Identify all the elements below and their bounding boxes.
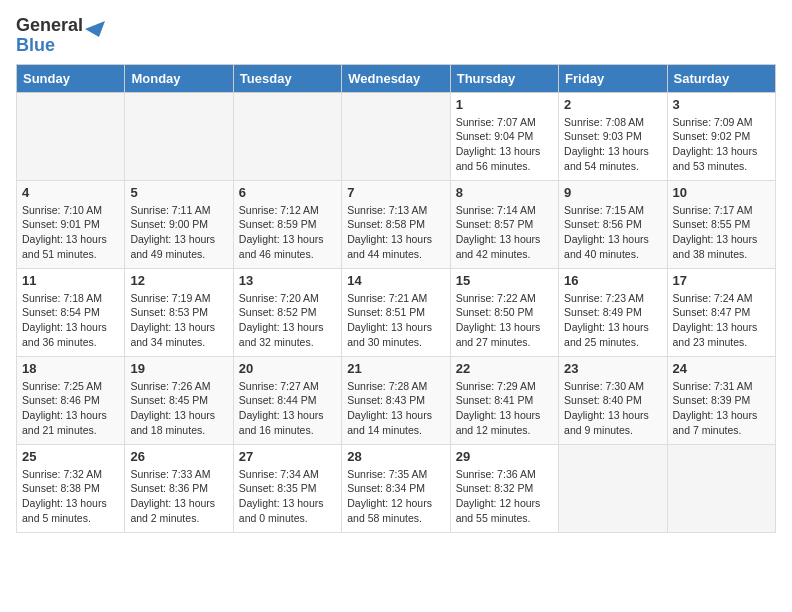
logo: General Blue: [16, 16, 105, 56]
calendar-cell: 19Sunrise: 7:26 AMSunset: 8:45 PMDayligh…: [125, 356, 233, 444]
calendar-cell: 6Sunrise: 7:12 AMSunset: 8:59 PMDaylight…: [233, 180, 341, 268]
calendar-cell: [667, 444, 775, 532]
day-number: 18: [22, 361, 119, 376]
day-number: 13: [239, 273, 336, 288]
calendar-week-row: 18Sunrise: 7:25 AMSunset: 8:46 PMDayligh…: [17, 356, 776, 444]
logo-text-block: General Blue: [16, 16, 83, 56]
calendar-cell: 22Sunrise: 7:29 AMSunset: 8:41 PMDayligh…: [450, 356, 558, 444]
calendar-cell: 20Sunrise: 7:27 AMSunset: 8:44 PMDayligh…: [233, 356, 341, 444]
day-info: Sunrise: 7:13 AMSunset: 8:58 PMDaylight:…: [347, 203, 444, 262]
day-info: Sunrise: 7:23 AMSunset: 8:49 PMDaylight:…: [564, 291, 661, 350]
header: General Blue: [16, 16, 776, 56]
calendar-cell: 25Sunrise: 7:32 AMSunset: 8:38 PMDayligh…: [17, 444, 125, 532]
day-info: Sunrise: 7:18 AMSunset: 8:54 PMDaylight:…: [22, 291, 119, 350]
day-number: 5: [130, 185, 227, 200]
calendar-header: SundayMondayTuesdayWednesdayThursdayFrid…: [17, 64, 776, 92]
logo-blue-text: Blue: [16, 35, 55, 55]
calendar-cell: 1Sunrise: 7:07 AMSunset: 9:04 PMDaylight…: [450, 92, 558, 180]
day-number: 15: [456, 273, 553, 288]
calendar-table: SundayMondayTuesdayWednesdayThursdayFrid…: [16, 64, 776, 533]
day-number: 10: [673, 185, 770, 200]
weekday-header: Saturday: [667, 64, 775, 92]
day-info: Sunrise: 7:07 AMSunset: 9:04 PMDaylight:…: [456, 115, 553, 174]
day-number: 11: [22, 273, 119, 288]
day-info: Sunrise: 7:14 AMSunset: 8:57 PMDaylight:…: [456, 203, 553, 262]
calendar-cell: 26Sunrise: 7:33 AMSunset: 8:36 PMDayligh…: [125, 444, 233, 532]
day-number: 6: [239, 185, 336, 200]
day-number: 21: [347, 361, 444, 376]
calendar-cell: 4Sunrise: 7:10 AMSunset: 9:01 PMDaylight…: [17, 180, 125, 268]
calendar-cell: 17Sunrise: 7:24 AMSunset: 8:47 PMDayligh…: [667, 268, 775, 356]
day-number: 20: [239, 361, 336, 376]
calendar-cell: 28Sunrise: 7:35 AMSunset: 8:34 PMDayligh…: [342, 444, 450, 532]
day-number: 29: [456, 449, 553, 464]
calendar-cell: 3Sunrise: 7:09 AMSunset: 9:02 PMDaylight…: [667, 92, 775, 180]
day-info: Sunrise: 7:24 AMSunset: 8:47 PMDaylight:…: [673, 291, 770, 350]
logo-bird-icon: [85, 21, 105, 51]
day-info: Sunrise: 7:09 AMSunset: 9:02 PMDaylight:…: [673, 115, 770, 174]
calendar-cell: 2Sunrise: 7:08 AMSunset: 9:03 PMDaylight…: [559, 92, 667, 180]
day-info: Sunrise: 7:35 AMSunset: 8:34 PMDaylight:…: [347, 467, 444, 526]
day-number: 28: [347, 449, 444, 464]
day-info: Sunrise: 7:08 AMSunset: 9:03 PMDaylight:…: [564, 115, 661, 174]
day-number: 25: [22, 449, 119, 464]
logo-general-text: General: [16, 15, 83, 35]
day-number: 19: [130, 361, 227, 376]
calendar-cell: 8Sunrise: 7:14 AMSunset: 8:57 PMDaylight…: [450, 180, 558, 268]
day-number: 3: [673, 97, 770, 112]
calendar-cell: 14Sunrise: 7:21 AMSunset: 8:51 PMDayligh…: [342, 268, 450, 356]
day-info: Sunrise: 7:15 AMSunset: 8:56 PMDaylight:…: [564, 203, 661, 262]
day-info: Sunrise: 7:12 AMSunset: 8:59 PMDaylight:…: [239, 203, 336, 262]
calendar-cell: 18Sunrise: 7:25 AMSunset: 8:46 PMDayligh…: [17, 356, 125, 444]
day-info: Sunrise: 7:30 AMSunset: 8:40 PMDaylight:…: [564, 379, 661, 438]
weekday-header: Wednesday: [342, 64, 450, 92]
day-number: 14: [347, 273, 444, 288]
day-number: 1: [456, 97, 553, 112]
calendar-cell: 9Sunrise: 7:15 AMSunset: 8:56 PMDaylight…: [559, 180, 667, 268]
day-number: 8: [456, 185, 553, 200]
calendar-cell: 27Sunrise: 7:34 AMSunset: 8:35 PMDayligh…: [233, 444, 341, 532]
day-number: 22: [456, 361, 553, 376]
day-number: 7: [347, 185, 444, 200]
day-number: 23: [564, 361, 661, 376]
weekday-header: Tuesday: [233, 64, 341, 92]
day-info: Sunrise: 7:19 AMSunset: 8:53 PMDaylight:…: [130, 291, 227, 350]
calendar-week-row: 1Sunrise: 7:07 AMSunset: 9:04 PMDaylight…: [17, 92, 776, 180]
calendar-cell: 23Sunrise: 7:30 AMSunset: 8:40 PMDayligh…: [559, 356, 667, 444]
day-number: 12: [130, 273, 227, 288]
day-info: Sunrise: 7:11 AMSunset: 9:00 PMDaylight:…: [130, 203, 227, 262]
weekday-header: Monday: [125, 64, 233, 92]
day-number: 4: [22, 185, 119, 200]
day-info: Sunrise: 7:29 AMSunset: 8:41 PMDaylight:…: [456, 379, 553, 438]
calendar-week-row: 11Sunrise: 7:18 AMSunset: 8:54 PMDayligh…: [17, 268, 776, 356]
weekday-header: Friday: [559, 64, 667, 92]
day-info: Sunrise: 7:27 AMSunset: 8:44 PMDaylight:…: [239, 379, 336, 438]
calendar-week-row: 4Sunrise: 7:10 AMSunset: 9:01 PMDaylight…: [17, 180, 776, 268]
calendar-cell: [125, 92, 233, 180]
calendar-cell: 13Sunrise: 7:20 AMSunset: 8:52 PMDayligh…: [233, 268, 341, 356]
calendar-cell: 16Sunrise: 7:23 AMSunset: 8:49 PMDayligh…: [559, 268, 667, 356]
day-number: 2: [564, 97, 661, 112]
calendar-cell: 21Sunrise: 7:28 AMSunset: 8:43 PMDayligh…: [342, 356, 450, 444]
calendar-cell: [559, 444, 667, 532]
day-info: Sunrise: 7:36 AMSunset: 8:32 PMDaylight:…: [456, 467, 553, 526]
day-info: Sunrise: 7:28 AMSunset: 8:43 PMDaylight:…: [347, 379, 444, 438]
day-info: Sunrise: 7:26 AMSunset: 8:45 PMDaylight:…: [130, 379, 227, 438]
calendar-cell: [233, 92, 341, 180]
day-info: Sunrise: 7:22 AMSunset: 8:50 PMDaylight:…: [456, 291, 553, 350]
weekday-header: Thursday: [450, 64, 558, 92]
calendar-cell: 24Sunrise: 7:31 AMSunset: 8:39 PMDayligh…: [667, 356, 775, 444]
weekday-row: SundayMondayTuesdayWednesdayThursdayFrid…: [17, 64, 776, 92]
calendar-cell: 11Sunrise: 7:18 AMSunset: 8:54 PMDayligh…: [17, 268, 125, 356]
calendar-cell: 12Sunrise: 7:19 AMSunset: 8:53 PMDayligh…: [125, 268, 233, 356]
day-number: 17: [673, 273, 770, 288]
day-info: Sunrise: 7:21 AMSunset: 8:51 PMDaylight:…: [347, 291, 444, 350]
day-number: 27: [239, 449, 336, 464]
day-number: 24: [673, 361, 770, 376]
calendar-cell: 29Sunrise: 7:36 AMSunset: 8:32 PMDayligh…: [450, 444, 558, 532]
day-info: Sunrise: 7:33 AMSunset: 8:36 PMDaylight:…: [130, 467, 227, 526]
calendar-cell: 7Sunrise: 7:13 AMSunset: 8:58 PMDaylight…: [342, 180, 450, 268]
calendar-cell: 10Sunrise: 7:17 AMSunset: 8:55 PMDayligh…: [667, 180, 775, 268]
day-info: Sunrise: 7:10 AMSunset: 9:01 PMDaylight:…: [22, 203, 119, 262]
day-number: 9: [564, 185, 661, 200]
